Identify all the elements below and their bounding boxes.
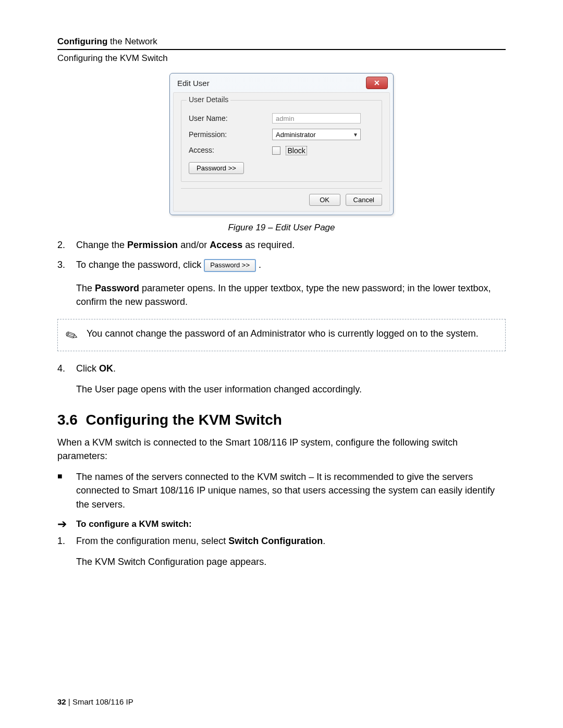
username-input[interactable]: admin bbox=[272, 113, 361, 124]
page-number: 32 bbox=[57, 697, 66, 706]
figure-caption: Figure 19 – Edit User Page bbox=[57, 223, 506, 233]
bullet-icon: ■ bbox=[57, 470, 76, 511]
footer-product: Smart 108/116 IP bbox=[72, 697, 133, 706]
edit-user-dialog-figure: Edit User ✕ User Details User Name: admi… bbox=[169, 73, 394, 215]
chapter-title-rest: the Network bbox=[107, 36, 157, 46]
user-details-fieldset: User Details User Name: admin Permission… bbox=[181, 100, 382, 182]
step-number: 3. bbox=[57, 258, 76, 272]
step-number: 4. bbox=[57, 362, 76, 375]
bullet-text: The names of the servers connected to th… bbox=[76, 470, 506, 511]
note-box: ✎ You cannot change the password of an A… bbox=[57, 319, 506, 351]
password-inline-button[interactable]: Password >> bbox=[204, 259, 256, 272]
task-step-1: 1. From the configuration menu, select S… bbox=[57, 534, 506, 548]
close-button[interactable]: ✕ bbox=[366, 77, 388, 89]
dialog-footer: OK Cancel bbox=[181, 188, 382, 206]
row-permission: Permission: Administrator ▼ bbox=[189, 129, 374, 140]
step-2: 2. Change the Permission and/or Access a… bbox=[57, 238, 506, 252]
header-rule bbox=[57, 49, 506, 50]
step-3-content: To change the password, click Password >… bbox=[76, 258, 506, 272]
label-permission: Permission: bbox=[189, 130, 272, 139]
step-number: 1. bbox=[57, 534, 76, 548]
page: Configuring the Network Configuring the … bbox=[0, 0, 563, 728]
note-text: You cannot change the password of an Adm… bbox=[87, 327, 479, 340]
page-footer: 32 | Smart 108/116 IP bbox=[57, 697, 133, 706]
task-lead: To configure a KVM switch: bbox=[76, 519, 192, 529]
task-step-1-paragraph: The KVM Switch Configuration page appear… bbox=[76, 555, 506, 569]
permission-select[interactable]: Administrator ▼ bbox=[272, 129, 361, 140]
note-icon: ✎ bbox=[62, 325, 80, 346]
password-button[interactable]: Password >> bbox=[189, 162, 244, 174]
section-title-text: Configuring the KVM Switch bbox=[86, 412, 282, 428]
label-access: Access: bbox=[189, 146, 272, 154]
arrow-icon: ➔ bbox=[57, 519, 76, 530]
bullet-item: ■ The names of the servers connected to … bbox=[57, 470, 506, 511]
row-username: User Name: admin bbox=[189, 113, 374, 124]
fieldset-legend: User Details bbox=[187, 95, 230, 104]
block-checkbox[interactable] bbox=[272, 146, 280, 155]
section-intro: When a KVM switch is connected to the Sm… bbox=[57, 436, 506, 463]
section-number: 3.6 bbox=[57, 412, 78, 428]
access-checkbox-wrap: Block bbox=[272, 145, 307, 155]
chapter-title-bold: Configuring bbox=[57, 36, 107, 46]
step-4-content: Click OK. bbox=[76, 362, 506, 375]
section-heading: 3.6 Configuring the KVM Switch bbox=[57, 412, 506, 428]
label-username: User Name: bbox=[189, 114, 272, 122]
task-lead-row: ➔ To configure a KVM switch: bbox=[57, 519, 506, 530]
dialog-body: User Details User Name: admin Permission… bbox=[173, 92, 390, 212]
running-header: Configuring the Network bbox=[57, 36, 506, 47]
step-4-paragraph: The User page opens with the user inform… bbox=[76, 382, 506, 396]
step-3: 3. To change the password, click Passwor… bbox=[57, 258, 506, 272]
dialog-titlebar: Edit User ✕ bbox=[170, 73, 393, 92]
chevron-down-icon: ▼ bbox=[353, 132, 358, 138]
edit-user-dialog: Edit User ✕ User Details User Name: admi… bbox=[169, 73, 394, 215]
dialog-title: Edit User bbox=[177, 79, 210, 88]
row-access: Access: Block bbox=[189, 145, 374, 155]
subsection-title: Configuring the KVM Switch bbox=[57, 53, 506, 64]
ok-button[interactable]: OK bbox=[309, 194, 340, 206]
block-label: Block bbox=[286, 146, 307, 155]
footer-sep: | bbox=[66, 697, 72, 706]
close-icon: ✕ bbox=[374, 79, 380, 87]
task-step-1-content: From the configuration menu, select Swit… bbox=[76, 534, 506, 548]
step-4: 4. Click OK. bbox=[57, 362, 506, 375]
step-3-paragraph: The Password parameter opens. In the upp… bbox=[76, 281, 506, 309]
permission-value: Administrator bbox=[276, 131, 316, 139]
step-2-content: Change the Permission and/or Access as r… bbox=[76, 238, 506, 252]
cancel-button[interactable]: Cancel bbox=[346, 194, 382, 206]
step-number: 2. bbox=[57, 238, 76, 252]
